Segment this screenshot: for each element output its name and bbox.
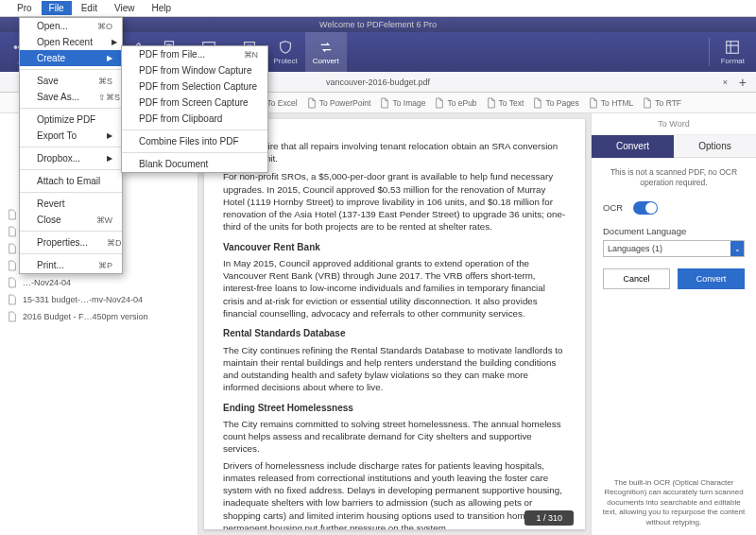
- panel-header: To Word: [592, 113, 756, 135]
- panel-tab-options[interactable]: Options: [674, 135, 756, 158]
- cancel-button[interactable]: Cancel: [603, 268, 670, 289]
- menu-item-dropbox[interactable]: Dropbox...▶: [20, 150, 122, 166]
- menu-item-blank-document[interactable]: Blank Document: [122, 156, 267, 172]
- menu-item-attach-to-email[interactable]: Attach to Email: [20, 173, 122, 189]
- language-value: Languages (1): [608, 244, 662, 253]
- ocr-label: OCR: [603, 202, 623, 213]
- page-indicator[interactable]: 1 / 310: [524, 510, 574, 526]
- menu-item-export-to[interactable]: Export To▶: [20, 128, 122, 144]
- menu-pro[interactable]: Pro: [9, 1, 40, 15]
- menu-item-open[interactable]: Open...⌘O: [20, 18, 122, 34]
- menu-item-properties[interactable]: Properties...⌘D: [20, 234, 122, 250]
- chevron-down-icon: ⌄: [730, 241, 744, 256]
- menu-item-pdf-from-file[interactable]: PDF from File...⌘N: [122, 46, 267, 62]
- language-select[interactable]: Languages (1) ⌄: [603, 240, 745, 257]
- chevron-right-icon: ▶: [88, 54, 112, 62]
- paragraph: In May 2015, Council approved additional…: [223, 257, 566, 319]
- menu-item-save[interactable]: Save⌘S: [20, 73, 122, 89]
- toolbar-convert-button[interactable]: Convert: [305, 32, 347, 72]
- menu-edit[interactable]: Edit: [74, 1, 105, 15]
- convert-icon: [318, 39, 335, 56]
- tab-add-icon[interactable]: +: [739, 75, 747, 90]
- toolbar-divider: [709, 38, 710, 66]
- heading: Ending Street Homelessness: [223, 402, 566, 415]
- sidebar-document-item[interactable]: …-Nov24-04: [0, 274, 198, 291]
- convert-panel: To Word Convert Options This is not a sc…: [591, 113, 756, 535]
- menu-item-pdf-from-window-capture[interactable]: PDF from Window Capture: [122, 62, 267, 78]
- svg-point-0: [14, 46, 17, 49]
- heading: Vancouver Rent Bank: [223, 241, 566, 254]
- export-to-powerpoint[interactable]: To PowerPoint: [304, 97, 374, 109]
- chevron-right-icon: ▶: [93, 38, 117, 46]
- menu-item-open-recent[interactable]: Open Recent▶: [20, 34, 122, 50]
- paragraph: Drivers of homelessness include discharg…: [223, 459, 566, 529]
- menu-item-pdf-from-screen-capture[interactable]: PDF from Screen Capture: [122, 95, 267, 111]
- menu-item-create[interactable]: Create▶: [20, 50, 122, 66]
- menu-view[interactable]: View: [107, 1, 143, 15]
- menu-item-optimize-pdf[interactable]: Optimize PDF: [20, 112, 122, 128]
- sidebar-document-item[interactable]: 2016 Budget - F…450pm version: [0, 308, 198, 325]
- chevron-right-icon: ▶: [88, 131, 112, 140]
- ocr-toggle[interactable]: [633, 201, 658, 215]
- svg-rect-6: [727, 42, 739, 54]
- heading: Rental Standards Database: [223, 327, 566, 340]
- menu-item-close[interactable]: Close⌘W: [20, 212, 122, 228]
- file-menu: Open...⌘OOpen Recent▶Create▶Save⌘SSave A…: [19, 17, 123, 274]
- menu-item-print[interactable]: Print...⌘P: [20, 257, 122, 273]
- menu-help[interactable]: Help: [144, 1, 179, 15]
- paragraph: The City remains committed to solving st…: [223, 418, 566, 456]
- convert-button[interactable]: Convert: [678, 268, 745, 289]
- export-to-rtf[interactable]: To RTF: [640, 97, 684, 109]
- menu-item-pdf-from-selection-capture[interactable]: PDF from Selection Capture: [122, 78, 267, 95]
- bullet: require that all repairs involving tenan…: [249, 140, 566, 164]
- menu-item-pdf-from-clipboard[interactable]: PDF from Clipboard: [122, 111, 267, 127]
- export-to-epub[interactable]: To ePub: [432, 97, 479, 109]
- toolbar-protect-button[interactable]: Protect: [266, 32, 304, 72]
- tab-close-icon[interactable]: ×: [723, 78, 728, 87]
- paragraph: For non-profit SROs, a $5,000-per-door g…: [223, 170, 566, 233]
- ocr-note: This is not a scanned PDF, no OCR operat…: [603, 167, 745, 188]
- menu-item-combine-files-into-pdf[interactable]: Combine Files into PDF: [122, 133, 267, 149]
- tab-name[interactable]: vancouver-2016-budget.pdf: [326, 78, 430, 87]
- export-to-image[interactable]: To Image: [377, 97, 428, 109]
- ocr-footer: The built-in OCR (Optical Character Reco…: [592, 471, 756, 535]
- sidebar-document-item[interactable]: 15-331 budget-…-mv-Nov24-04: [0, 291, 198, 308]
- document-viewer[interactable]: require that all repairs involving tenan…: [198, 113, 591, 535]
- menu-item-revert[interactable]: Revert: [20, 196, 122, 212]
- language-label: Document Language: [603, 226, 745, 236]
- chevron-right-icon: ▶: [88, 154, 112, 163]
- paragraph: The City continues refining the Rental S…: [223, 344, 566, 394]
- protect-icon: [277, 39, 294, 56]
- menu-item-save-as[interactable]: Save As...⇧⌘S: [20, 89, 122, 105]
- format-button[interactable]: Format: [713, 32, 752, 72]
- export-to-html[interactable]: To HTML: [586, 97, 636, 109]
- export-to-text[interactable]: To Text: [484, 97, 527, 109]
- format-label: Format: [721, 57, 745, 65]
- create-submenu: PDF from File...⌘NPDF from Window Captur…: [121, 45, 268, 173]
- export-to-pages[interactable]: To Pages: [530, 97, 581, 109]
- pdf-page: require that all repairs involving tenan…: [204, 119, 585, 529]
- menubar: Pro File Edit View Help: [0, 0, 756, 17]
- menu-file[interactable]: File: [42, 1, 72, 15]
- window-title: Welcome to PDFelement 6 Pro: [319, 20, 437, 29]
- panel-tab-convert[interactable]: Convert: [592, 135, 674, 158]
